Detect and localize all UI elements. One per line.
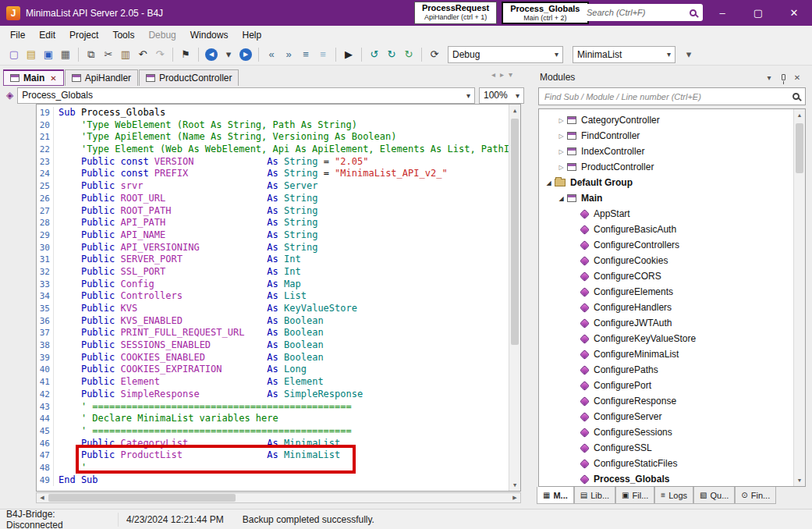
tree-item-configurepaths[interactable]: ConfigurePaths (539, 362, 805, 378)
scroll-down-icon[interactable]: ▼ (794, 474, 805, 486)
toolbar-overflow-icon[interactable]: ▾ (681, 47, 697, 62)
panel-tab-qu[interactable]: ▧Qu... (693, 487, 735, 504)
code-line[interactable]: 21 'Type ApiElement (Name As String, Ver… (37, 131, 520, 144)
menu-windows[interactable]: Windows (183, 27, 236, 43)
maximize-button[interactable]: ▢ (740, 0, 776, 26)
search-icon[interactable] (690, 9, 697, 16)
zoom-combobox[interactable]: 100% ▾ (479, 87, 524, 104)
resume-icon[interactable]: ↺ (367, 47, 382, 62)
undo-icon[interactable]: ↶ (135, 47, 151, 62)
quick-tab-process-globals[interactable]: Process_GlobalsMain (ctrl + 2) (502, 2, 588, 24)
scroll-tabs-right-icon[interactable]: ▸ (500, 70, 504, 79)
code-line[interactable]: 35 Public KVS As KeyValueStore (37, 303, 520, 315)
code-line[interactable]: 45 ' ===================================… (37, 425, 520, 438)
menu-edit[interactable]: Edit (32, 27, 62, 43)
editor-horizontal-scrollbar[interactable]: ◀ ▶ (36, 492, 521, 503)
menu-project[interactable]: Project (62, 27, 105, 43)
code-line[interactable]: 24 Public const PREFIX As String = "Mini… (37, 168, 520, 180)
comment-icon[interactable]: ≡ (298, 47, 314, 62)
pin-icon[interactable] (776, 74, 790, 80)
panel-tab-fil[interactable]: ▣Fil... (615, 487, 654, 504)
code-line[interactable]: 20 'Type WebElement (Root As String, Pat… (37, 119, 520, 132)
editor-vertical-scrollbar[interactable]: ▲ ▼ (509, 105, 520, 491)
expand-arrow-icon[interactable]: ▷ (556, 117, 566, 124)
scroll-up-icon[interactable]: ▲ (509, 105, 520, 116)
quick-tab-processrequest[interactable]: ProcessRequestApiHandler (ctrl + 1) (414, 2, 497, 24)
scrollbar-thumb[interactable] (796, 123, 803, 173)
redo-icon[interactable]: ↷ (152, 47, 168, 62)
code-line[interactable]: 32 Public SSL_PORT As Int (37, 266, 520, 279)
code-line[interactable]: 49End Sub (37, 474, 520, 487)
panel-tab-logs[interactable]: ≡Logs (654, 487, 693, 504)
tree-item-configurecontrollers[interactable]: ConfigureControllers (539, 237, 805, 253)
debug-mode-select[interactable]: Debug▾ (448, 46, 563, 63)
find-sub-module-input[interactable]: Find Sub / Module / Line number (Ctrl+E) (538, 87, 806, 105)
copy-icon[interactable]: ⧉ (83, 47, 99, 62)
menu-help[interactable]: Help (235, 27, 268, 43)
tab-list-dropdown-icon[interactable]: ▾ (509, 70, 512, 79)
scroll-up-icon[interactable]: ▲ (794, 109, 805, 121)
code-line[interactable]: 31 Public SERVER_PORT As Int (37, 254, 520, 266)
code-line[interactable]: 19Sub Process_Globals (37, 107, 520, 119)
code-line[interactable]: 28 Public API_PATH As String (37, 217, 520, 229)
panel-tab-m[interactable]: ▦M... (537, 487, 574, 504)
titlebar-search-box[interactable]: Search (Ctrl+F) (580, 4, 703, 21)
new-project-icon[interactable]: ▢ (6, 47, 22, 62)
scroll-right-icon[interactable]: ▶ (509, 493, 520, 502)
scroll-tabs-left-icon[interactable]: ◂ (491, 70, 495, 79)
code-line[interactable]: 40 Public COOKIES_EXPIRATION As Long (37, 364, 520, 376)
tree-item-configureelements[interactable]: ConfigureElements (539, 284, 805, 300)
tree-item-productcontroller[interactable]: ▷ProductController (539, 159, 805, 175)
outdent-icon[interactable]: « (264, 47, 279, 62)
tree-item-configureresponse[interactable]: ConfigureResponse (539, 393, 805, 409)
cut-icon[interactable]: ✂ (101, 47, 116, 62)
collapse-arrow-icon[interactable]: ◢ (544, 179, 554, 186)
scroll-left-icon[interactable]: ◀ (37, 493, 48, 502)
tree-item-configurecors[interactable]: ConfigureCORS (539, 268, 805, 284)
tree-item-configurekeyvaluestore[interactable]: ConfigureKeyValueStore (539, 331, 805, 346)
tree-vertical-scrollbar[interactable]: ▲ ▼ (793, 109, 805, 486)
tree-item-indexcontroller[interactable]: ▷IndexController (539, 144, 805, 159)
tree-item-categorycontroller[interactable]: ▷CategoryController (539, 112, 805, 128)
code-line[interactable]: 43 ' ===================================… (37, 401, 520, 414)
code-line[interactable]: 39 Public COOKIES_ENABLED As Boolean (37, 352, 520, 364)
paste-icon[interactable]: ▥ (118, 47, 133, 62)
step-over-icon[interactable]: ↻ (384, 47, 399, 62)
code-line[interactable]: 30 Public API_VERSIONING As String (37, 242, 520, 254)
code-line[interactable]: 38 Public SESSIONS_ENABLED As Boolean (37, 339, 520, 352)
restart-icon[interactable]: ⟳ (427, 47, 442, 62)
tree-item-configurebasicauth[interactable]: ConfigureBasicAuth (539, 222, 805, 237)
code-line[interactable]: 41 Public Element As Element (37, 376, 520, 389)
open-project-icon[interactable]: ▤ (23, 47, 39, 62)
close-button[interactable]: ✕ (776, 0, 812, 26)
tree-item-configurecookies[interactable]: ConfigureCookies (539, 253, 805, 268)
tree-item-configuressl[interactable]: ConfigureSSL (539, 440, 805, 456)
scrollbar-thumb[interactable] (48, 494, 236, 502)
tree-item-configurestaticfiles[interactable]: ConfigureStaticFiles (539, 456, 805, 471)
tree-item-findcontroller[interactable]: ▷FindController (539, 128, 805, 144)
panel-tab-lib[interactable]: ▤Lib... (574, 487, 615, 504)
collapse-arrow-icon[interactable]: ◢ (556, 195, 566, 202)
uncomment-icon[interactable]: ≡ (315, 47, 331, 62)
tree-item-process-globals[interactable]: Process_Globals (539, 471, 805, 487)
navigate-back-dropdown-icon[interactable]: ▾ (221, 47, 236, 62)
tree-item-configurejwtauth[interactable]: ConfigureJWTAuth (539, 315, 805, 331)
indent-icon[interactable]: » (281, 47, 296, 62)
tree-item-configureserver[interactable]: ConfigureServer (539, 409, 805, 424)
code-line[interactable]: 44 ' Declare MinimaList variables here (37, 413, 520, 425)
run-icon[interactable]: ▶ (341, 47, 356, 62)
code-line[interactable]: 26 Public ROOT_URL As String (37, 193, 520, 205)
navigate-back-icon[interactable]: ◀ (205, 48, 218, 61)
bookmark-icon[interactable]: ⚑ (178, 47, 193, 62)
minimize-button[interactable]: – (704, 0, 740, 26)
panel-tab-fin[interactable]: ⊙Fin... (735, 487, 776, 504)
scroll-down-icon[interactable]: ▼ (509, 479, 520, 491)
scrollbar-thumb[interactable] (511, 119, 519, 345)
search-icon[interactable] (792, 93, 800, 100)
panel-menu-icon[interactable]: ▾ (762, 73, 776, 82)
code-line[interactable]: 25 Public srvr As Server (37, 180, 520, 193)
editor-tab-apihandler[interactable]: ApiHandler (65, 69, 138, 86)
code-line[interactable]: 42 Public SimpleResponse As SimpleRespon… (37, 389, 520, 401)
expand-arrow-icon[interactable]: ▷ (556, 148, 566, 155)
menu-file[interactable]: File (3, 27, 32, 43)
